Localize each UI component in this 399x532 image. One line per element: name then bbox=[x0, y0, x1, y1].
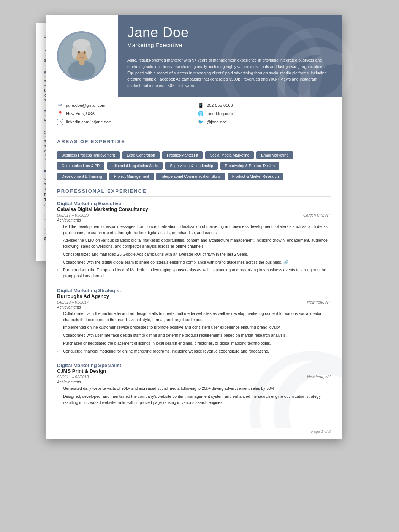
linkedin-text: linkedin.com/in/jane.doe bbox=[66, 120, 111, 124]
job-1-achievements-label: Achievements bbox=[57, 218, 331, 222]
achievement: Led the development of visual messages f… bbox=[57, 224, 331, 236]
contact-email: ✉ jane.doe@gmail.com bbox=[57, 102, 190, 108]
skill-tag: Interpersonal Communication Skills bbox=[156, 173, 225, 180]
job-1-achievements: Led the development of visual messages f… bbox=[57, 224, 331, 279]
phone-icon: 📱 bbox=[198, 102, 204, 108]
skill-tag: Lead Generation bbox=[122, 151, 160, 159]
achievement: Generated daily website visits of 20k+ a… bbox=[57, 386, 331, 392]
page-1: Jane Doe Marketing Executive Agile, resu… bbox=[46, 15, 342, 439]
svg-point-5 bbox=[72, 46, 78, 59]
achievement: Partnered with the European Head of Mark… bbox=[57, 267, 331, 279]
job-1-location: Garden City, NY bbox=[303, 213, 331, 217]
twitter-text: @jane.doe bbox=[207, 120, 227, 124]
skill-tag: Product & Market Research bbox=[228, 173, 283, 180]
envelope-icon: ✉ bbox=[57, 102, 63, 108]
job-2-dates: 04/2013 – 05/2017 bbox=[57, 300, 89, 304]
skill-tag: Communications & PR bbox=[57, 162, 104, 170]
email-text: jane.doe@gmail.com bbox=[66, 103, 106, 108]
job-3-location: New York, NY bbox=[307, 375, 331, 379]
skill-tag: Project Management bbox=[109, 173, 154, 180]
contact-section: ✉ jane.doe@gmail.com 📱 202-555-0166 📍 Ne… bbox=[46, 97, 342, 131]
svg-point-6 bbox=[86, 46, 92, 59]
job-1-meta: 06/2017 – 05/2020 Garden City, NY bbox=[57, 213, 331, 217]
job-2-achievements-label: Achievements bbox=[57, 305, 331, 309]
achievement: Designed, developed, and maintained the … bbox=[57, 394, 331, 406]
job-1-dates: 06/2017 – 05/2020 bbox=[57, 213, 89, 217]
job-3: Digital Marketing Specialist CJMS Print … bbox=[57, 363, 331, 405]
expertise-section-title: AREAS OF EXPERTISE bbox=[57, 139, 331, 147]
skill-tag: Supervision & Leadership bbox=[165, 162, 218, 170]
skills-container: Business Process Improvement Lead Genera… bbox=[57, 151, 331, 180]
skill-tag: Prototyping & Product Design bbox=[220, 162, 279, 170]
photo-section bbox=[46, 15, 118, 97]
candidate-title: Marketing Executive bbox=[127, 42, 331, 52]
achievement: Conducted financial modeling for online … bbox=[57, 348, 331, 355]
skill-tag: Influential Negotiation Skills bbox=[107, 162, 163, 170]
job-2: Digital Marketing Strategist Burroughs A… bbox=[57, 288, 331, 355]
achievement: Collaborated with user interface design … bbox=[57, 332, 331, 339]
job-1-title: Digital Marketing Executive bbox=[57, 201, 331, 206]
job-2-meta: 04/2013 – 05/2017 New York, NY bbox=[57, 300, 331, 304]
candidate-summary: Agile, results-oriented marketer with 9+… bbox=[127, 57, 331, 89]
experience-section-title: PROFESSIONAL EXPERIENCE bbox=[57, 188, 331, 197]
svg-point-8 bbox=[84, 51, 86, 54]
job-2-title: Digital Marketing Strategist bbox=[57, 288, 331, 293]
job-1: Digital Marketing Executive Cabalsa Digi… bbox=[57, 201, 331, 279]
resume-header: Jane Doe Marketing Executive Agile, resu… bbox=[46, 15, 342, 97]
phone-text: 202-555-0166 bbox=[207, 103, 233, 108]
profile-photo bbox=[57, 31, 106, 81]
skill-tag: Business Process Improvement bbox=[57, 151, 120, 159]
contact-website: 🌐 jane-blog.com bbox=[198, 111, 331, 117]
job-3-meta: 02/2011 – 03/2013 New York, NY bbox=[57, 375, 331, 379]
twitter-icon: 🐦 bbox=[198, 119, 204, 125]
achievement: Implemented online customer service proc… bbox=[57, 325, 331, 331]
page-1-number: Page 1 of 2 bbox=[46, 426, 342, 439]
skill-tag: Development & Training bbox=[57, 173, 107, 180]
job-3-company: CJMS Print & Design bbox=[57, 368, 331, 374]
job-2-achievements: Collaborated with the multimedia and art… bbox=[57, 311, 331, 355]
job-3-achievements-label: Achievements bbox=[57, 380, 331, 384]
skill-tag: Email Marketing bbox=[256, 151, 293, 159]
contact-location: 📍 New York, USA bbox=[57, 111, 190, 117]
location-text: New York, USA bbox=[66, 111, 95, 116]
achievement: Purchased or negotiated the placement of… bbox=[57, 340, 331, 347]
skill-tag: Social Media Marketing bbox=[205, 151, 254, 159]
achievement: Conceptualized and managed 25 Google Ads… bbox=[57, 252, 331, 258]
skill-tag: Product-Market Fit bbox=[162, 151, 203, 159]
header-info: Jane Doe Marketing Executive Agile, resu… bbox=[118, 15, 342, 97]
job-3-title: Digital Marketing Specialist bbox=[57, 363, 331, 368]
achievement: Advised the CMO on various strategic dig… bbox=[57, 238, 331, 250]
achievement: Collaborated with the digital global tea… bbox=[57, 260, 331, 266]
contact-linkedin: in linkedin.com/in/jane.doe bbox=[57, 119, 190, 125]
svg-point-7 bbox=[78, 51, 80, 54]
job-1-company: Cabalsa Digital Marketing Consultancy bbox=[57, 206, 331, 212]
job-3-dates: 02/2011 – 03/2013 bbox=[57, 375, 89, 379]
job-2-location: New York, NY bbox=[307, 300, 331, 304]
linkedin-icon: in bbox=[57, 119, 63, 125]
main-content: AREAS OF EXPERTISE Business Process Impr… bbox=[46, 139, 342, 426]
job-2-company: Burroughs Ad Agency bbox=[57, 293, 331, 299]
location-icon: 📍 bbox=[57, 111, 63, 117]
contact-phone: 📱 202-555-0166 bbox=[198, 102, 331, 108]
job-3-achievements: Generated daily website visits of 20k+ a… bbox=[57, 386, 331, 405]
globe-icon: 🌐 bbox=[198, 111, 204, 117]
website-text: jane-blog.com bbox=[207, 111, 233, 116]
achievement: Collaborated with the multimedia and art… bbox=[57, 311, 331, 323]
contact-twitter: 🐦 @jane.doe bbox=[198, 119, 331, 125]
candidate-name: Jane Doe bbox=[127, 25, 331, 41]
